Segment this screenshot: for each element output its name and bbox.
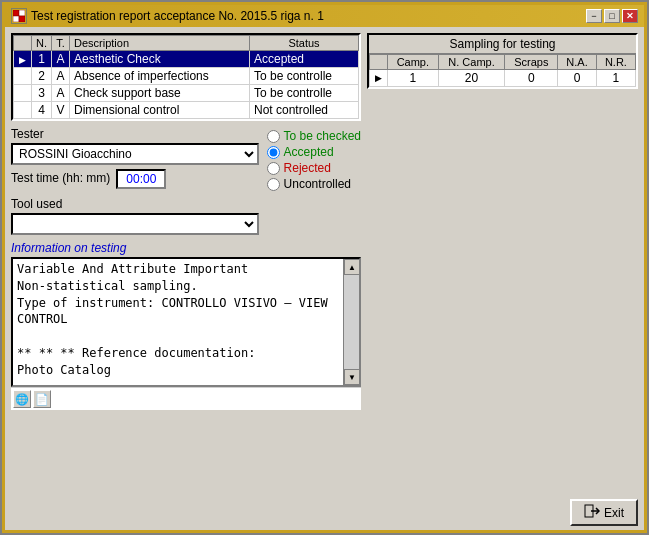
col-status: Status <box>250 36 359 51</box>
sampling-title: Sampling for testing <box>369 35 636 54</box>
row-status: Accepted <box>250 51 359 68</box>
radio-item: To be checked <box>267 129 361 143</box>
sampling-na: 0 <box>558 70 597 87</box>
info-scrollbar: ▲ ▼ <box>343 259 359 385</box>
title-bar: Test registration report acceptance No. … <box>5 5 644 27</box>
sampling-ncamp: 20 <box>438 70 505 87</box>
row-desc: Absence of imperfections <box>70 68 250 85</box>
table-row[interactable]: ▶ 1 A Aesthetic Check Accepted <box>14 51 359 68</box>
col-play <box>14 36 32 51</box>
row-t: A <box>52 68 70 85</box>
status-radio-group: To be checked Accepted Rejected Uncontro… <box>267 127 361 235</box>
info-icons-bar: 🌐 📄 <box>11 387 361 410</box>
radio-item: Accepted <box>267 145 361 159</box>
sampling-col-header <box>370 55 388 70</box>
test-time-input[interactable] <box>116 169 166 189</box>
bottom-area: Exit <box>5 495 644 530</box>
close-button[interactable]: ✕ <box>622 9 638 23</box>
table-row[interactable]: 4 V Dimensional control Not controlled <box>14 102 359 119</box>
table-row[interactable]: 2 A Absence of imperfections To be contr… <box>14 68 359 85</box>
globe-icon[interactable]: 🌐 <box>13 390 31 408</box>
sampling-row: ▶ 1 20 0 0 1 <box>370 70 636 87</box>
window-title: Test registration report acceptance No. … <box>31 9 324 23</box>
maximize-button[interactable]: □ <box>604 9 620 23</box>
tester-select[interactable]: ROSSINI Gioacchino <box>11 143 259 165</box>
col-n: N. <box>32 36 52 51</box>
info-container: ▲ ▼ <box>11 257 361 387</box>
row-desc: Check support base <box>70 85 250 102</box>
svg-rect-3 <box>19 16 25 22</box>
info-textarea[interactable] <box>13 259 343 385</box>
row-play <box>14 85 32 102</box>
row-status: To be controlle <box>250 68 359 85</box>
row-t: A <box>52 85 70 102</box>
test-time-label: Test time (hh: mm) <box>11 171 110 185</box>
radio-label-r4: Uncontrolled <box>284 177 351 191</box>
sampling-col-header: N. Camp. <box>438 55 505 70</box>
svg-rect-1 <box>19 10 25 16</box>
radio-r4[interactable] <box>267 178 280 191</box>
tester-label: Tester <box>11 127 259 141</box>
row-desc: Aesthetic Check <box>70 51 250 68</box>
minimize-button[interactable]: − <box>586 9 602 23</box>
radio-item: Uncontrolled <box>267 177 361 191</box>
tool-select[interactable] <box>11 213 259 235</box>
radio-r1[interactable] <box>267 130 280 143</box>
sampling-col-header: N.R. <box>596 55 635 70</box>
radio-label-r1: To be checked <box>284 129 361 143</box>
sampling-table: Camp.N. Camp.ScrapsN.A.N.R. ▶ 1 20 0 0 1 <box>369 54 636 87</box>
table-row[interactable]: 3 A Check support base To be controlle <box>14 85 359 102</box>
exit-button[interactable]: Exit <box>570 499 638 526</box>
scroll-down[interactable]: ▼ <box>344 369 360 385</box>
row-t: A <box>52 51 70 68</box>
main-table-container: N. T. Description Status ▶ 1 A Aesthetic… <box>11 33 361 121</box>
row-play: ▶ <box>14 51 32 68</box>
sampling-container: Sampling for testing Camp.N. Camp.Scraps… <box>367 33 638 89</box>
row-n: 3 <box>32 85 52 102</box>
sampling-col-header: Camp. <box>387 55 438 70</box>
sampling-camp: 1 <box>387 70 438 87</box>
radio-r2[interactable] <box>267 146 280 159</box>
exit-label: Exit <box>604 506 624 520</box>
scroll-track <box>344 275 359 369</box>
sampling-col-header: N.A. <box>558 55 597 70</box>
main-table: N. T. Description Status ▶ 1 A Aesthetic… <box>13 35 359 119</box>
row-n: 2 <box>32 68 52 85</box>
sampling-play: ▶ <box>370 70 388 87</box>
doc-icon[interactable]: 📄 <box>33 390 51 408</box>
radio-item: Rejected <box>267 161 361 175</box>
sampling-col-header: Scraps <box>505 55 558 70</box>
row-status: Not controlled <box>250 102 359 119</box>
sampling-nr: 1 <box>596 70 635 87</box>
radio-r3[interactable] <box>267 162 280 175</box>
row-play <box>14 102 32 119</box>
row-t: V <box>52 102 70 119</box>
scroll-up[interactable]: ▲ <box>344 259 360 275</box>
radio-label-r2: Accepted <box>284 145 334 159</box>
row-n: 4 <box>32 102 52 119</box>
tool-used-label: Tool used <box>11 197 259 211</box>
sampling-scraps: 0 <box>505 70 558 87</box>
exit-icon <box>584 504 600 521</box>
row-status: To be controlle <box>250 85 359 102</box>
col-t: T. <box>52 36 70 51</box>
svg-rect-0 <box>13 10 19 16</box>
info-label: Information on testing <box>11 241 361 255</box>
row-desc: Dimensional control <box>70 102 250 119</box>
row-n: 1 <box>32 51 52 68</box>
row-play <box>14 68 32 85</box>
window-icon <box>11 8 27 24</box>
radio-label-r3: Rejected <box>284 161 331 175</box>
svg-rect-2 <box>13 16 19 22</box>
col-desc: Description <box>70 36 250 51</box>
main-window: Test registration report acceptance No. … <box>0 0 649 535</box>
